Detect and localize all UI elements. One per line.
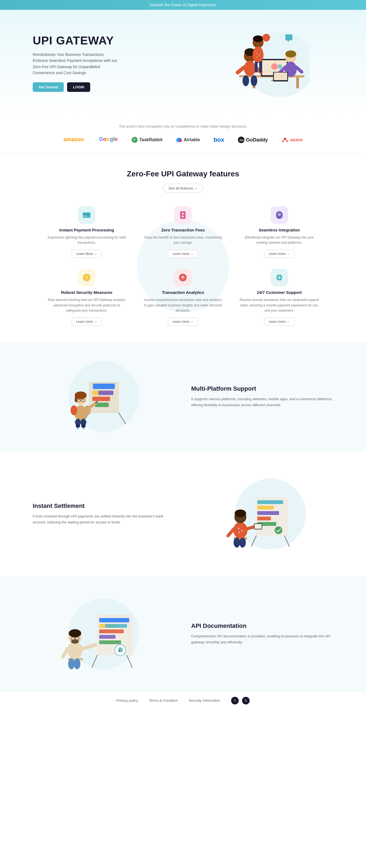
svg-point-7 <box>278 64 282 69</box>
features-section: Zero-Fee UPI Gateway features See all fe… <box>0 153 366 342</box>
svg-rect-70 <box>93 383 115 389</box>
svg-rect-141 <box>99 629 124 633</box>
hero-illustration <box>206 26 310 100</box>
svg-point-110 <box>238 528 239 529</box>
feature-card-seamless: Seamless Integration Effortlessly integr… <box>239 206 319 258</box>
svg-point-60 <box>182 276 184 277</box>
feature-card-security: ? Robust Security Measures Rest assured … <box>47 269 127 326</box>
platform-desc: It supports various platforms, including… <box>191 396 334 408</box>
box-logo: box <box>214 136 224 144</box>
svg-text:amazon: amazon <box>64 136 84 142</box>
social-icons: f 𝕏 <box>231 697 249 705</box>
analytics-learn-more[interactable]: Learn more → <box>168 318 198 326</box>
instant-payment-learn-more[interactable]: Learn More → <box>72 250 102 258</box>
svg-rect-32 <box>259 62 262 72</box>
svg-point-47 <box>282 140 284 142</box>
features-title: Zero-Fee UPI Gateway features <box>22 169 344 178</box>
svg-rect-140 <box>105 624 127 628</box>
svg-point-111 <box>241 530 243 532</box>
svg-point-123 <box>68 658 75 669</box>
security-learn-more[interactable]: Learn more → <box>72 318 102 326</box>
svg-rect-31 <box>255 62 258 72</box>
facebook-icon[interactable]: f <box>231 697 239 705</box>
svg-point-26 <box>253 35 263 42</box>
svg-point-16 <box>242 75 249 86</box>
asana-logo: asana <box>281 137 302 143</box>
svg-text:Go: Go <box>239 138 244 142</box>
svg-rect-142 <box>99 635 115 639</box>
godaddy-logo: Go GoDaddy <box>238 136 268 143</box>
platform-title: Multi-Platform Support <box>191 385 334 392</box>
svg-text:Google: Google <box>99 136 118 142</box>
svg-point-29 <box>259 55 260 56</box>
hero-text-block: UPI GATEWAY Revolutionize Your Business … <box>33 34 183 92</box>
twitter-icon[interactable]: 𝕏 <box>242 697 249 705</box>
airtable-logo: Airtable <box>176 137 200 142</box>
taskrabbit-logo: T TaskRabbit <box>132 137 162 143</box>
login-button[interactable]: LOGIN <box>67 82 90 92</box>
svg-rect-24 <box>274 72 287 80</box>
platform-content: Multi-Platform Support It supports vario… <box>191 385 334 408</box>
svg-rect-51 <box>84 216 86 216</box>
get-started-button[interactable]: Get Started <box>33 82 64 92</box>
svg-rect-101 <box>257 517 271 520</box>
svg-point-19 <box>285 51 296 58</box>
security-desc: Rest assured knowing that our UPI Gatewa… <box>47 298 127 313</box>
svg-rect-50 <box>83 214 91 215</box>
security-icon: ? <box>78 269 95 286</box>
google-logo: Google <box>99 135 118 145</box>
platform-illustration <box>60 359 147 435</box>
svg-point-124 <box>74 658 80 669</box>
svg-rect-3 <box>296 78 299 88</box>
settlement-content: Instant Settlement Funds received throug… <box>33 502 175 525</box>
seamless-name: Seamless Integration <box>239 228 319 232</box>
zero-fee-desc: Enjoy the benefit of zero transaction fe… <box>143 235 223 245</box>
platform-image <box>33 359 175 435</box>
api-title: API Documentation <box>191 622 334 629</box>
svg-rect-74 <box>95 403 109 407</box>
seamless-learn-more[interactable]: Learn more → <box>264 250 294 258</box>
svg-rect-143 <box>99 640 121 644</box>
svg-point-48 <box>286 140 288 142</box>
svg-rect-138 <box>99 618 129 622</box>
company-logos: amazon Google T TaskRabbit Airtable box … <box>22 135 344 145</box>
top-banner: Unleash the Power of Digital Payments: <box>0 0 366 10</box>
instant-payment-name: Instant Payment Processing <box>47 228 127 232</box>
security-link[interactable]: Security Information <box>189 699 221 703</box>
hero-image <box>183 26 334 100</box>
seamless-desc: Effortlessly integrate our UPI Gateway i… <box>239 235 319 245</box>
settlement-desc: Funds received through UPI payments are … <box>33 513 175 525</box>
svg-point-33 <box>262 34 270 41</box>
svg-text:?: ? <box>85 275 88 280</box>
svg-point-114 <box>235 509 246 517</box>
settlement-title: Instant Settlement <box>33 502 175 509</box>
svg-rect-118 <box>255 524 262 529</box>
zero-fee-learn-more[interactable]: Learn more → <box>168 250 198 258</box>
svg-point-127 <box>69 629 81 638</box>
see-all-button[interactable]: See all features → <box>163 184 203 193</box>
svg-line-132 <box>63 649 67 657</box>
seamless-icon <box>271 206 288 224</box>
svg-point-17 <box>251 75 257 86</box>
trusted-text: The world's best companies rely on Usabi… <box>22 124 344 128</box>
api-image <box>33 593 175 675</box>
svg-line-14 <box>238 67 244 72</box>
settlement-section: Instant Settlement Funds received throug… <box>0 451 366 577</box>
svg-point-28 <box>256 53 257 54</box>
support-learn-more[interactable]: Learn more → <box>264 318 294 326</box>
svg-point-109 <box>233 522 247 538</box>
trusted-section: The world's best companies rely on Usabi… <box>0 116 366 153</box>
hero-buttons: Get Started LOGIN <box>33 82 183 92</box>
support-name: 24/7 Customer Support <box>239 290 319 295</box>
analytics-icon <box>174 269 192 286</box>
svg-rect-73 <box>92 397 110 401</box>
svg-point-103 <box>275 526 282 534</box>
svg-point-30 <box>257 56 258 58</box>
feature-card-support: 24/7 Customer Support Receive prompt ass… <box>239 269 319 326</box>
terms-link[interactable]: Terms & Condition <box>149 699 178 703</box>
zero-fee-icon <box>174 206 192 224</box>
banner-text: Unleash the Power of Digital Payments: <box>149 3 217 7</box>
privacy-link[interactable]: Privacy policy <box>117 699 138 703</box>
svg-point-125 <box>67 642 82 659</box>
settlement-illustration <box>219 473 306 555</box>
